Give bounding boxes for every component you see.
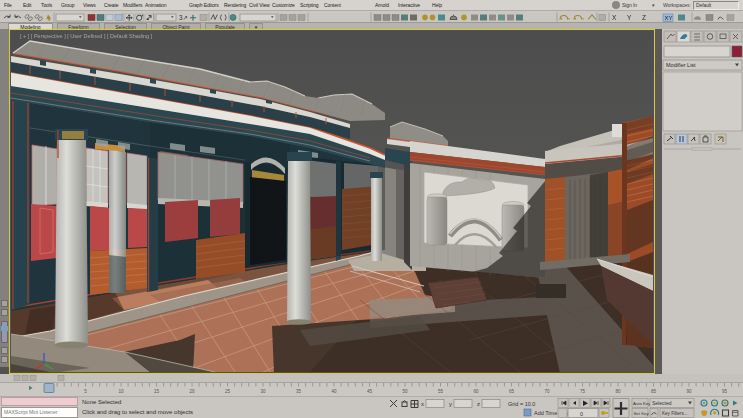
svg-text:20: 20 [189, 389, 195, 394]
svg-text:Selected: Selected [652, 400, 672, 406]
svg-text:3↗: 3↗ [179, 14, 188, 21]
svg-text:55: 55 [438, 389, 444, 394]
svg-text:XY: XY [665, 15, 673, 21]
svg-text:75: 75 [580, 389, 586, 394]
svg-text:65: 65 [509, 389, 515, 394]
svg-text:30: 30 [260, 389, 266, 394]
svg-text:Key Filters...: Key Filters... [662, 411, 688, 416]
svg-text:95: 95 [722, 389, 728, 394]
svg-text:40: 40 [331, 389, 337, 394]
svg-text:60: 60 [473, 389, 479, 394]
svg-text:z: z [477, 401, 480, 407]
svg-text:Grid = 10.0: Grid = 10.0 [508, 401, 535, 407]
svg-text:0: 0 [580, 411, 583, 417]
svg-text:x: x [421, 401, 424, 407]
svg-text:Set Key: Set Key [634, 411, 650, 416]
svg-text:45: 45 [367, 389, 373, 394]
svg-text:10: 10 [118, 389, 124, 394]
svg-text:50: 50 [402, 389, 408, 394]
svg-text:70: 70 [544, 389, 550, 394]
svg-text:35: 35 [296, 389, 302, 394]
svg-text:90: 90 [686, 389, 692, 394]
svg-text:[ + ] [ Perspective ] [ User D: [ + ] [ Perspective ] [ User Defined ] [… [20, 33, 153, 39]
svg-text:25: 25 [225, 389, 231, 394]
svg-text:Modifier List: Modifier List [666, 62, 696, 68]
svg-text:80: 80 [615, 389, 621, 394]
svg-text:15: 15 [154, 389, 160, 394]
svg-text:y: y [449, 401, 452, 407]
svg-text:X Y Z: X Y Z [612, 14, 651, 21]
svg-text:Auto Key: Auto Key [633, 401, 651, 406]
svg-text:85: 85 [651, 389, 657, 394]
